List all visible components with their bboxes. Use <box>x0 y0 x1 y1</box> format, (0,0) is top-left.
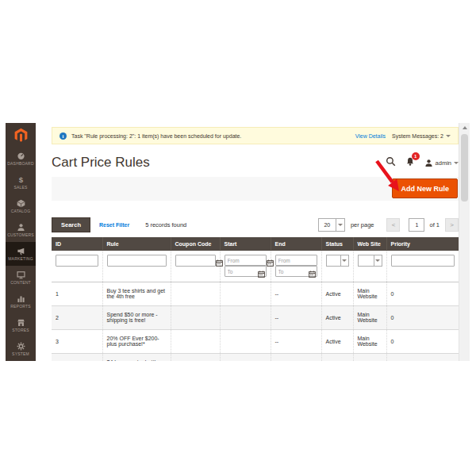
page-of-label: of 1 <box>429 221 440 228</box>
cell-start <box>220 329 271 353</box>
main-content: i Task "Rule processing: 2": 1 item(s) h… <box>52 123 459 361</box>
cell-rule: Spend $50 or more - shipping is free! <box>102 305 171 329</box>
cell-status: Active <box>321 305 353 329</box>
records-found-text: 5 records found <box>145 221 186 228</box>
sidebar-item-marketing[interactable]: MARKETING <box>6 242 36 266</box>
stores-icon <box>17 318 25 327</box>
calendar-icon[interactable] <box>309 271 316 278</box>
column-header-rule[interactable]: Rule <box>102 237 171 251</box>
system-notification-bar: i Task "Rule processing: 2": 1 item(s) h… <box>52 127 459 144</box>
cell-rule: Buy 3 tee shirts and get the 4th free <box>102 282 171 305</box>
sidebar-item-dashboard[interactable]: DASHBOARD <box>6 147 36 171</box>
filter-coupon-input[interactable] <box>175 255 216 267</box>
catalog-icon <box>17 199 25 208</box>
sidebar-item-catalog[interactable]: CATALOG <box>6 194 36 218</box>
cell-end: -- <box>271 282 321 305</box>
cell-coupon <box>171 329 220 353</box>
table-row[interactable]: 3 20% OFF Ever $200-plus purchase!* -- A… <box>52 329 459 353</box>
sidebar-item-stores[interactable]: STORES <box>6 313 36 337</box>
column-header-coupon-code[interactable]: Coupon Code <box>171 237 220 251</box>
grid-toolbar: Search Reset Filter 5 records found 20 p… <box>52 217 459 233</box>
magento-admin-screenshot: DASHBOARD $ SALES CATALOG CUSTOMERS MARK… <box>6 123 470 361</box>
cell-priority: 0 <box>386 282 459 305</box>
admin-account-menu[interactable]: admin <box>424 159 459 167</box>
notifications-count-badge: 1 <box>412 152 420 160</box>
scrollbar-up-arrow[interactable] <box>459 123 470 132</box>
reset-filter-link[interactable]: Reset Filter <box>99 222 129 228</box>
view-details-link[interactable]: View Details <box>355 133 386 139</box>
sidebar-item-customers[interactable]: CUSTOMERS <box>6 218 36 242</box>
svg-text:$: $ <box>18 175 23 184</box>
cell-start <box>220 353 271 361</box>
magento-logo[interactable] <box>6 123 36 147</box>
cell-priority: 0 <box>386 305 459 329</box>
next-page-button[interactable]: > <box>445 218 459 232</box>
cell-status <box>321 353 353 361</box>
sidebar-item-sales[interactable]: $ SALES <box>6 171 36 194</box>
admin-username: admin <box>436 159 451 167</box>
vertical-scrollbar[interactable] <box>459 123 470 361</box>
cell-coupon <box>171 353 220 361</box>
search-button[interactable]: Search <box>52 217 90 232</box>
sidebar-item-content[interactable]: CONTENT <box>6 266 36 290</box>
filter-id-input[interactable] <box>56 255 98 267</box>
grid-filter-row <box>52 251 459 282</box>
per-page-select[interactable]: 20 <box>318 218 345 232</box>
per-page-label: per page <box>351 221 374 228</box>
dashboard-icon <box>17 152 25 160</box>
cell-end: -- <box>271 329 321 353</box>
scrollbar-thumb[interactable] <box>461 134 468 202</box>
filter-start-from-input[interactable] <box>225 255 267 266</box>
cell-website <box>353 353 386 361</box>
page-number-input[interactable] <box>409 218 424 232</box>
filter-website-select[interactable] <box>358 255 382 267</box>
column-header-end[interactable]: End <box>271 237 321 251</box>
sidebar-item-system[interactable]: SYSTEM <box>6 337 36 361</box>
notifications-bell[interactable]: 1 <box>405 155 415 170</box>
filter-rule-input[interactable] <box>107 255 167 267</box>
column-header-priority[interactable]: Priority <box>386 237 459 251</box>
sidebar-item-reports[interactable]: REPORTS <box>6 290 36 313</box>
calendar-icon[interactable] <box>258 271 265 278</box>
cell-rule: $4 Luma water bottle (save 70%) <box>102 353 171 361</box>
cell-coupon <box>171 282 220 305</box>
search-icon[interactable] <box>386 155 396 170</box>
column-header-web-site[interactable]: Web Site <box>353 237 386 251</box>
cell-end: -- <box>271 305 321 329</box>
column-header-status[interactable]: Status <box>321 237 353 251</box>
cart-price-rules-grid: ID Rule Coupon Code Start End Status Web… <box>52 237 459 361</box>
cell-id: 3 <box>52 329 102 353</box>
cell-priority <box>386 353 459 361</box>
marketing-icon <box>17 247 25 255</box>
add-new-rule-button[interactable]: Add New Rule <box>392 178 458 198</box>
filter-priority-input[interactable] <box>391 255 455 267</box>
system-icon <box>17 342 25 351</box>
cell-website: Main Website <box>353 282 386 305</box>
table-row[interactable]: 2 Spend $50 or more - shipping is free! … <box>52 305 459 329</box>
cell-priority: 0 <box>386 329 459 353</box>
user-icon <box>424 159 433 167</box>
sales-icon: $ <box>17 175 25 184</box>
cell-end <box>271 353 321 361</box>
table-row[interactable]: 1 Buy 3 tee shirts and get the 4th free … <box>52 282 459 305</box>
cell-website: Main Website <box>353 329 386 353</box>
cell-website: Main Website <box>353 305 386 329</box>
content-icon <box>17 271 25 279</box>
reports-icon <box>17 294 25 303</box>
chevron-down-icon <box>374 255 382 266</box>
calendar-icon[interactable] <box>216 259 223 267</box>
cell-start <box>220 282 271 305</box>
magento-logo-icon <box>13 127 29 144</box>
column-header-start[interactable]: Start <box>220 237 271 251</box>
filter-end-from-input[interactable] <box>275 255 317 266</box>
chevron-down-icon <box>446 135 451 137</box>
calendar-icon[interactable] <box>267 259 274 267</box>
previous-page-button[interactable]: < <box>386 218 400 232</box>
customers-icon <box>17 223 25 232</box>
column-header-id[interactable]: ID <box>52 237 102 251</box>
system-messages-dropdown[interactable]: System Messages: 2 <box>392 133 451 139</box>
filter-status-select[interactable] <box>326 255 349 267</box>
table-row[interactable]: 4 $4 Luma water bottle (save 70%) <box>52 353 459 361</box>
chevron-down-icon <box>340 255 348 266</box>
page-title: Cart Price Rules <box>52 155 150 171</box>
